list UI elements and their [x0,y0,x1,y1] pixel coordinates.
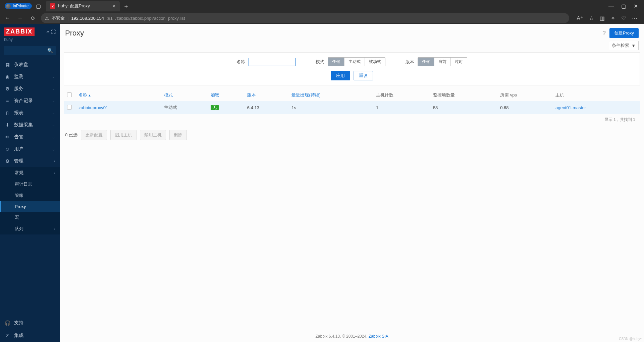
subnav-proxy[interactable]: Proxy [0,201,60,212]
reset-button[interactable]: 重设 [354,71,373,80]
nav-label: 服务 [14,86,23,92]
create-proxy-button[interactable]: 创建Proxy [609,28,639,38]
cell-version: 6.4.13 [244,101,288,114]
nav-alerts[interactable]: ✉告警⌄ [0,131,60,143]
new-tab-button[interactable]: ＋ [123,2,129,10]
collections-icon[interactable]: ▥ [600,15,605,21]
mode-any[interactable]: 任何 [328,58,344,66]
collapse-icon[interactable]: « [46,29,49,35]
nav-integrations[interactable]: Z集成 [0,329,60,342]
subnav-label: 管家 [15,193,23,199]
page-footer: Zabbix 6.4.13. © 2001–2024, Zabbix SIA [60,331,644,342]
download-icon: ⬇ [5,122,10,128]
window-controls: — ▢ ✕ [608,3,641,9]
nav-label: 管理 [14,158,23,164]
nav-label: 仪表盘 [14,62,28,68]
nav-label: 用户 [14,146,23,152]
footer-link[interactable]: Zabbix SIA [369,334,388,339]
performance-icon[interactable]: ♡ [621,15,626,21]
minimize-icon[interactable]: — [608,3,614,9]
bulk-disable-button: 禁用主机 [140,130,166,140]
forward-icon: → [15,15,25,21]
selected-count: 0 已选 [65,132,77,138]
row-checkbox[interactable] [67,105,72,110]
filter-name-input[interactable] [249,58,296,66]
col-hostcount: 主机计数 [373,89,430,101]
menu-icon[interactable]: ⋯ [632,15,637,21]
col-hosts: 主机 [552,89,640,101]
version-outdated[interactable]: 过时 [450,58,467,66]
url-port: :81 [107,16,113,21]
mode-passive[interactable]: 被动式 [365,58,385,66]
nav-datacollection[interactable]: ⬇数据采集⌄ [0,119,60,131]
version-current[interactable]: 当前 [434,58,450,66]
fullscreen-out-icon[interactable]: ⛶ [51,29,56,35]
nav-support[interactable]: 🎧支持 [0,317,60,329]
insecure-icon: ⚠ [45,16,49,21]
bulk-delete-button: 删除 [169,130,187,140]
read-aloud-icon[interactable]: A⁺ [577,15,583,21]
chevron-right-icon: › [54,227,55,231]
filter-toggle[interactable]: 条件检索 ▼ [609,41,639,50]
dashboard-icon: ▦ [5,62,10,67]
nav-dashboard[interactable]: ▦仪表盘 [0,59,60,71]
app: ZABBIX « ⛶ huhy 🔍 ▦仪表盘 ◉监测⌄ ⚙服务⌄ ≡资产记录⌄ … [0,24,644,342]
col-version[interactable]: 版本 [244,89,288,101]
chevron-right-icon: › [54,171,55,175]
chevron-down-icon: ⌄ [52,99,55,103]
nav-admin[interactable]: ⚙管理⌃ [0,155,60,167]
list-icon: ≡ [5,98,10,104]
select-all-checkbox[interactable] [67,92,72,97]
inprivate-badge: InPrivate [5,3,32,9]
subnav-housekeeping[interactable]: 管家 [0,190,60,201]
zabbix-logo[interactable]: ZABBIX [4,27,35,36]
nav-reports[interactable]: ▯报表⌄ [0,107,60,119]
col-mode[interactable]: 模式 [161,89,207,101]
host-link[interactable]: agent01-master [555,105,586,110]
apply-button[interactable]: 应用 [331,71,350,80]
mode-active[interactable]: 主动式 [344,58,365,66]
subnav-general[interactable]: 常规› [0,167,60,179]
nav-monitoring[interactable]: ◉监测⌄ [0,71,60,83]
help-icon[interactable]: ? [602,30,606,37]
sidebar-search[interactable]: 🔍 [4,46,56,55]
nav-inventory[interactable]: ≡资产记录⌄ [0,95,60,107]
col-encryption[interactable]: 加密 [207,89,244,101]
search-icon: 🔍 [47,48,53,53]
mode-segmented: 任何 主动式 被动式 [328,57,385,66]
subnav-label: 审计日志 [15,181,32,187]
subnav-queue[interactable]: 队列› [0,223,60,234]
admin-subnav: 常规› 审计日志 管家 Proxy 宏 队列› [0,167,60,234]
chevron-down-icon: ⌄ [52,75,55,79]
filter-name-label: 名称 [236,59,245,65]
favorite-icon[interactable]: ☆ [589,15,594,21]
maximize-icon[interactable]: ▢ [621,3,626,9]
subnav-macros[interactable]: 宏 [0,212,60,223]
close-icon[interactable]: ✕ [109,4,116,9]
chevron-down-icon: ⌄ [52,111,55,115]
back-icon[interactable]: ← [3,15,12,21]
nav-users[interactable]: ☺用户⌄ [0,143,60,155]
cell-lastseen: 1s [288,101,373,114]
page-title: Proxy [65,29,84,38]
browser-tab[interactable]: Z huhy: 配置Proxy ✕ [46,1,120,11]
filter-toggle-label: 条件检索 [612,43,629,49]
close-window-icon[interactable]: ✕ [634,3,638,9]
sidebar-nav: ▦仪表盘 ◉监测⌄ ⚙服务⌄ ≡资产记录⌄ ▯报表⌄ ⬇数据采集⌄ ✉告警⌄ ☺… [0,59,60,167]
reload-icon[interactable]: ⟳ [28,15,38,21]
nav-label: 资产记录 [14,98,33,104]
mail-icon: ✉ [5,134,10,140]
cell-mode: 主动式 [161,101,207,114]
proxy-name-link[interactable]: zabbix-proxy01 [78,105,108,110]
nav-services[interactable]: ⚙服务⌄ [0,83,60,95]
zabbix-icon: Z [5,333,10,338]
col-lastseen[interactable]: 最近出现(持续) [288,89,373,101]
subnav-audit[interactable]: 审计日志 [0,179,60,190]
tabs-icon[interactable]: ▢ [35,3,41,9]
url-field[interactable]: ⚠ 不安全 | 192.168.200.154:81/zabbix/zabbix… [41,13,569,23]
encryption-badge: 无 [211,105,219,110]
extensions-icon[interactable]: ✧ [611,15,615,21]
version-any[interactable]: 任何 [418,58,434,66]
col-name[interactable]: 名称▲ [75,89,161,101]
browser-chrome: InPrivate ▢ Z huhy: 配置Proxy ✕ ＋ — ▢ ✕ ← … [0,0,644,24]
